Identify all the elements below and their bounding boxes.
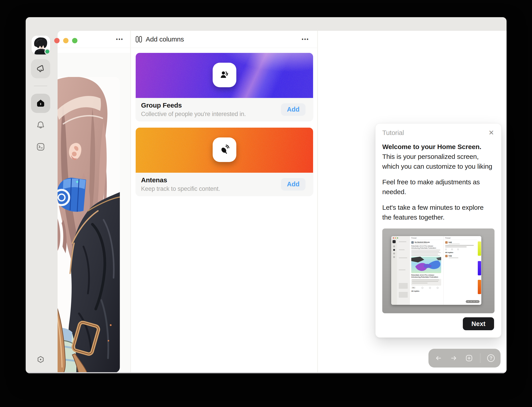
terminal-icon <box>36 142 46 152</box>
tutorial-screenshot-thumbnail: Thread No Bullshit Bitcoin RoboSats v0.6… <box>382 228 494 313</box>
tutorial-paragraph-3: Let's take a few minutes to explore the … <box>382 203 494 222</box>
feed-post-meta: 3h ••• <box>58 58 130 65</box>
group-feeds-banner <box>136 53 313 98</box>
column-divider <box>317 31 318 373</box>
thumbnail-user2-name: kaiji <box>448 255 458 257</box>
antenas-info: Antenas Keep track to specific content. … <box>136 173 313 196</box>
add-column-button[interactable] <box>465 354 473 362</box>
add-group-feeds-button[interactable]: Add <box>281 103 305 116</box>
tutorial-paragraph-welcome: Welcome to your Home Screen. This is you… <box>382 142 494 171</box>
traffic-lights <box>54 38 78 43</box>
help-button[interactable]: ? <box>487 354 495 362</box>
question-icon: ? <box>487 354 495 362</box>
add-antenas-button[interactable]: Add <box>281 178 305 191</box>
thumbnail-replies-label: All replies <box>445 251 476 253</box>
arrow-left-icon <box>434 354 443 362</box>
thumbnail-nav-pill <box>466 300 480 303</box>
thumbnail-thread-column-2: Thread kaiji <box>444 236 477 305</box>
welcome-bold-text: Welcome to your Home Screen. <box>382 143 481 150</box>
group-feeds-info: Group Feeds Collective of people you're … <box>136 98 313 121</box>
thumbnail-pin-label: Pin <box>411 287 416 289</box>
anime-girl-illustration <box>58 77 120 373</box>
thumbnail-user2-name: kaiji <box>448 241 460 243</box>
group-feeds-icon <box>219 70 230 80</box>
group-feeds-card: Group Feeds Collective of people you're … <box>136 53 313 121</box>
screen: ••• 3h ••• <box>0 0 532 407</box>
thumbnail-sidebar <box>391 236 397 305</box>
card-subtitle: Keep track to specific content. <box>141 185 220 192</box>
forward-button[interactable] <box>449 354 458 362</box>
sidebar-item-console[interactable] <box>31 137 50 157</box>
card-subtitle: Collective of people you're interested i… <box>141 111 246 117</box>
minimize-window-button[interactable] <box>63 38 69 43</box>
sidebar-item-home[interactable] <box>31 94 50 113</box>
sidebar-item-announcements[interactable] <box>31 59 50 78</box>
add-columns-header: Add columns ••• <box>131 31 317 48</box>
columns-icon <box>135 35 143 43</box>
toolbar-divider <box>480 353 480 363</box>
post-image <box>58 77 120 373</box>
thumbnail-traffic-lights <box>393 237 398 239</box>
home-icon <box>36 98 46 108</box>
tutorial-popover: Tutorial ✕ Welcome to your Home Screen. … <box>375 123 501 338</box>
close-window-button[interactable] <box>54 38 60 43</box>
sidebar-divider <box>34 86 47 86</box>
sidebar-item-notifications[interactable] <box>31 115 50 134</box>
sidebar <box>26 17 58 373</box>
bell-icon <box>36 120 46 130</box>
feed-post-card: 3h ••• <box>58 53 130 373</box>
next-button[interactable]: Next <box>463 317 494 330</box>
welcome-rest-text: This is your personalized screen, which … <box>382 153 492 170</box>
more-icon[interactable]: ••• <box>302 37 309 42</box>
sidebar-item-settings[interactable] <box>31 350 50 369</box>
feed-column: ••• 3h ••• <box>58 31 130 373</box>
tutorial-paragraph-2: Feel free to make adjustments as needed. <box>382 177 494 197</box>
arrow-right-icon <box>449 354 458 362</box>
thumbnail-post-title: RoboSats v0.6.0 Pre-release: Introducing… <box>411 245 442 249</box>
window-bottom-edge <box>26 372 507 373</box>
megaphone-icon <box>36 64 46 74</box>
thumbnail-mini-window: Thread No Bullshit Bitcoin RoboSats v0.6… <box>391 236 481 305</box>
antenas-card: Antenas Keep track to specific content. … <box>136 128 313 196</box>
thumbnail-partial-column <box>397 236 410 305</box>
group-feeds-icon-tile <box>213 63 236 87</box>
card-title: Antenas <box>141 176 220 184</box>
thumbnail-post-author: No Bullshit Bitcoin <box>415 241 430 243</box>
thumbnail-post-image <box>411 257 441 273</box>
thumbnail-quote-box <box>411 279 441 286</box>
antenna-icon <box>219 144 230 155</box>
plus-square-icon <box>465 354 473 362</box>
online-status-dot <box>44 49 50 55</box>
antenas-banner <box>136 128 313 173</box>
close-icon[interactable]: ✕ <box>488 129 494 136</box>
thumbnail-replies-label: All replies <box>411 290 442 292</box>
add-columns-title: Add columns <box>146 35 184 43</box>
more-icon[interactable]: ••• <box>116 37 123 42</box>
add-columns-column: Add columns ••• <box>131 31 317 373</box>
thumbnail-thread1-header: Thread <box>411 237 416 239</box>
thumbnail-thread2-header: Thread <box>445 237 450 239</box>
card-title: Group Feeds <box>141 102 246 109</box>
thumbnail-thread-column-1: Thread No Bullshit Bitcoin RoboSats v0.6… <box>410 236 444 305</box>
navigation-toolbar: ? <box>429 349 501 368</box>
settings-nut-icon <box>36 355 46 365</box>
antenas-icon-tile <box>213 137 236 162</box>
tutorial-title: Tutorial <box>382 129 404 137</box>
back-button[interactable] <box>434 354 443 362</box>
zoom-window-button[interactable] <box>72 38 78 43</box>
thumbnail-column-previews <box>477 236 481 305</box>
thumbnail-embed-title: RoboSats v0.6.0 Pre-release: Introducing… <box>411 274 442 278</box>
